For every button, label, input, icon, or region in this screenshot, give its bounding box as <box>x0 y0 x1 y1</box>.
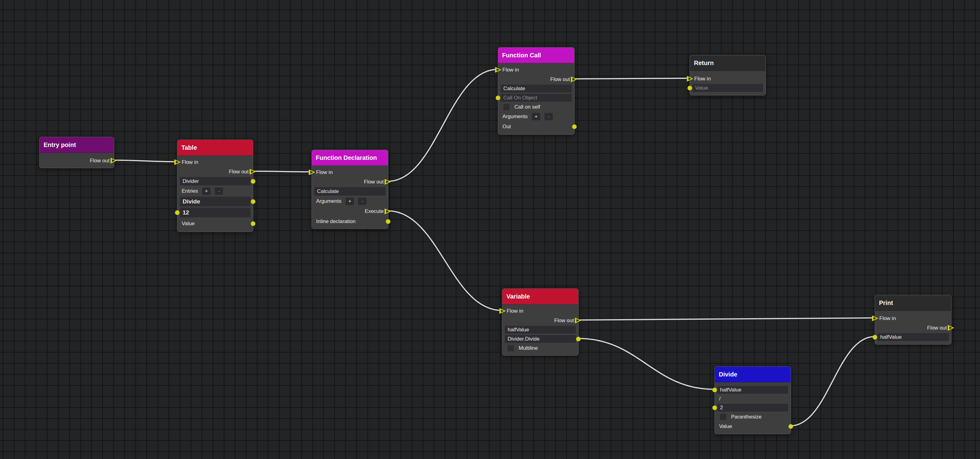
wire-function_call.flow_out-to-return.flow_in[interactable] <box>574 78 690 79</box>
divide-right-operand-row <box>715 403 791 412</box>
out-label: Out <box>503 124 511 130</box>
function-name-input[interactable] <box>314 187 385 196</box>
wire-table.flow_out-to-function_declaration.flow_in[interactable] <box>253 171 312 172</box>
flow-out-label: Flow out <box>550 76 570 83</box>
variable-name-input[interactable] <box>505 326 576 334</box>
multiline-checkbox[interactable] <box>508 345 514 352</box>
left-operand-port-icon[interactable] <box>713 388 717 392</box>
value-out-port-icon[interactable] <box>251 222 255 226</box>
print-value-port-icon[interactable] <box>873 335 877 340</box>
add-entry-button[interactable]: + <box>202 187 210 195</box>
entry-flow-out-row: Flow out <box>40 156 114 165</box>
node-variable[interactable]: Variable Flow in Flow out Multiline <box>502 288 579 356</box>
flow-in-label: Flow in <box>182 159 198 165</box>
wire-variable.value_out-to-divide.left_in[interactable] <box>578 338 714 389</box>
print-flow-in-row: Flow in <box>875 314 951 323</box>
return-value-input[interactable] <box>692 84 763 92</box>
entry-value-in-port-icon[interactable] <box>175 210 180 215</box>
node-function-call-title[interactable]: Function Call <box>498 48 574 63</box>
fc-out-row: Out <box>498 122 574 132</box>
entry-value-input[interactable] <box>180 208 250 218</box>
divide-operator-row: / <box>715 395 791 403</box>
flow-in-port-icon[interactable] <box>309 169 315 175</box>
remove-argument-button[interactable]: - <box>358 198 366 205</box>
flow-out-label: Flow out <box>554 318 574 324</box>
divide-value-row: Value <box>715 422 791 431</box>
call-on-object-input[interactable] <box>501 94 572 102</box>
remove-argument-button[interactable]: - <box>544 113 553 120</box>
entry-key-input[interactable] <box>180 197 250 207</box>
print-value-input[interactable] <box>878 333 949 341</box>
variable-flow-in-row: Flow in <box>503 306 578 316</box>
flow-in-port-icon[interactable] <box>500 308 506 314</box>
node-table-title[interactable]: Table <box>177 140 253 156</box>
node-function-call[interactable]: Function Call Flow in Flow out Call on s… <box>498 47 574 135</box>
return-flow-in-row: Flow in <box>690 74 765 83</box>
value-label: Value <box>182 221 194 227</box>
table-flow-in-row: Flow in <box>177 157 253 167</box>
flow-in-port-icon[interactable] <box>174 159 181 165</box>
node-entry-point[interactable]: Entry point Flow out <box>39 137 114 168</box>
add-argument-button[interactable]: + <box>345 198 354 205</box>
wire-function_declaration.flow_out-to-function_call.flow_in[interactable] <box>388 69 498 181</box>
divide-paranthesize-row: Paranthesize <box>715 412 791 422</box>
variable-value-input[interactable] <box>505 335 576 343</box>
node-print[interactable]: Print Flow in Flow out <box>875 295 951 345</box>
entry-key-port-icon[interactable] <box>251 199 255 204</box>
node-divide-title[interactable]: Divide <box>715 367 791 382</box>
arguments-label: Arguments <box>503 114 528 120</box>
function-name-input[interactable] <box>501 85 572 93</box>
node-variable-title[interactable]: Variable <box>503 289 578 304</box>
table-name-input[interactable] <box>180 177 250 186</box>
node-entry-point-title[interactable]: Entry point <box>40 137 114 153</box>
table-entry-value-row <box>177 207 253 218</box>
flow-out-label: Flow out <box>927 325 947 331</box>
out-port-icon[interactable] <box>572 125 577 129</box>
call-on-self-checkbox[interactable] <box>503 104 510 110</box>
return-value-port-icon[interactable] <box>687 86 692 91</box>
node-print-title[interactable]: Print <box>875 295 951 311</box>
table-flow-out-row: Flow out <box>177 167 253 176</box>
fc-call-on-self-row: Call on self <box>498 102 574 112</box>
table-out-port-icon[interactable] <box>251 179 255 184</box>
flow-in-port-icon[interactable] <box>687 76 693 82</box>
flow-in-label: Flow in <box>694 76 711 82</box>
left-operand-input[interactable] <box>717 386 788 394</box>
flow-in-port-icon[interactable] <box>872 315 878 321</box>
wire-function_declaration.execute-to-variable.flow_in[interactable] <box>388 211 502 310</box>
fc-name-row <box>498 84 574 93</box>
variable-multiline-row: Multiline <box>503 344 578 353</box>
variable-value-port-icon[interactable] <box>576 337 581 341</box>
table-entries-row: Entries + - <box>177 186 253 196</box>
variable-flow-out-row: Flow out <box>503 316 578 325</box>
node-return[interactable]: Return Flow in <box>690 55 766 95</box>
flow-out-label: Flow out <box>229 169 248 175</box>
paranthesize-checkbox[interactable] <box>720 414 727 420</box>
connections-layer <box>0 0 980 459</box>
inline-declaration-port-icon[interactable] <box>386 219 390 224</box>
wire-divide.value_out-to-print.value_in[interactable] <box>790 337 875 426</box>
entries-label: Entries <box>182 188 198 194</box>
node-function-declaration[interactable]: Function Declaration Flow in Flow out Ar… <box>312 150 388 229</box>
flow-in-label: Flow in <box>316 169 333 175</box>
right-operand-input[interactable] <box>717 404 788 412</box>
flow-in-label: Flow in <box>879 315 896 322</box>
value-out-port-icon[interactable] <box>789 424 793 429</box>
add-argument-button[interactable]: + <box>532 113 540 120</box>
right-operand-port-icon[interactable] <box>713 406 717 410</box>
node-divide[interactable]: Divide / Paranthesize Value <box>714 366 791 434</box>
node-graph-canvas[interactable]: Entry point Flow out Table Flow in Flow … <box>0 0 980 459</box>
node-return-title[interactable]: Return <box>690 55 765 71</box>
flow-in-port-icon[interactable] <box>495 67 501 73</box>
fd-name-row <box>312 187 388 196</box>
inline-declaration-label: Inline declaration <box>316 218 356 225</box>
node-function-declaration-title[interactable]: Function Declaration <box>312 150 388 166</box>
remove-entry-button[interactable]: - <box>215 187 223 195</box>
print-flow-out-row: Flow out <box>875 323 951 333</box>
print-value-row <box>875 333 951 342</box>
fc-flow-out-row: Flow out <box>498 75 574 84</box>
multiline-label: Multiline <box>519 345 538 351</box>
call-on-object-port-icon[interactable] <box>496 96 500 100</box>
node-table[interactable]: Table Flow in Flow out Entries + - <box>177 140 253 232</box>
table-divider-row <box>177 176 253 186</box>
